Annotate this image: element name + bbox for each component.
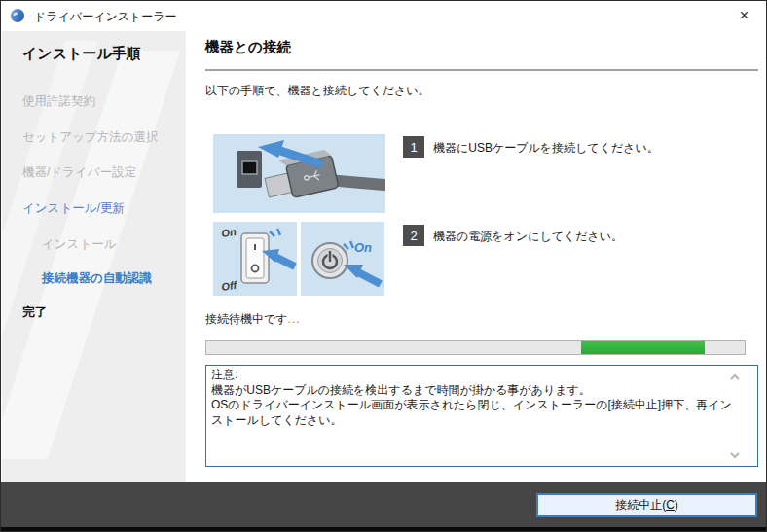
scroll-down-icon[interactable]: [728, 449, 742, 461]
steps-sidebar: インストール手順 使用許諾契約 セットアップ方法の選択 機器/ドライバー設定 イ…: [2, 31, 186, 484]
intro-text: 以下の手順で、機器と接続してください。: [205, 83, 430, 99]
connection-progressbar: [205, 340, 746, 355]
progress-fill: [581, 341, 705, 354]
step-2-text: 機器の電源をオンにしてください。: [433, 229, 623, 245]
rocker-switch-icon: On Off: [213, 222, 297, 296]
cancel-label: 接続中止(C): [615, 497, 678, 514]
sidebar-item-finish: 完了: [22, 304, 47, 321]
sidebar-item-license: 使用許諾契約: [22, 93, 95, 110]
close-button[interactable]: ×: [722, 1, 766, 30]
step-2-number-label: 2: [410, 229, 417, 243]
switch-off-label: Off: [221, 279, 239, 293]
window-title: ドライバーインストーラー: [34, 9, 177, 25]
note-textbox[interactable]: 注意: 機器がUSBケーブルの接続を検出するまで時間が掛かる事があります。 OS…: [205, 365, 758, 467]
heading-divider: [205, 69, 758, 71]
power-button-icon: On: [301, 222, 384, 296]
page-title: 機器との接続: [205, 38, 291, 56]
footer-bar: 接続中止(C): [1, 482, 766, 531]
sidebar-item-auto-detect: 接続機器の自動認識: [42, 270, 152, 287]
step-1-text: 機器にUSBケーブルを接続してください。: [433, 140, 659, 157]
titlebar[interactable]: ドライバーインストーラー ×: [1, 1, 766, 31]
sidebar-item-install-update: インストール/更新: [22, 200, 125, 217]
status-text: 接続待機中です: [205, 312, 288, 326]
close-icon: ×: [740, 6, 749, 25]
cancel-connection-button[interactable]: 接続中止(C): [536, 493, 757, 517]
sidebar-item-setup-method: セットアップ方法の選択: [22, 129, 159, 146]
sidebar-item-device-driver-settings: 機器/ドライバー設定: [22, 164, 136, 181]
power-button-illustration: On: [301, 222, 384, 296]
app-icon: [9, 7, 26, 24]
status-dots: ...: [288, 312, 301, 326]
watermark-shape: [2, 51, 180, 459]
sidebar-heading: インストール手順: [22, 45, 141, 63]
switch-on-label: On: [221, 226, 237, 239]
usb-cable-icon: [213, 134, 385, 213]
power-switch-illustration: On Off: [213, 222, 297, 296]
usb-cable-illustration: [213, 134, 385, 213]
step-2-number: 2: [403, 225, 424, 246]
power-on-label: On: [354, 240, 372, 255]
scroll-up-icon[interactable]: [728, 372, 742, 383]
step-1-number-label: 1: [410, 140, 417, 155]
step-1-number: 1: [403, 136, 424, 158]
main-panel: 機器との接続 以下の手順で、機器と接続してください。: [186, 31, 767, 484]
driver-installer-window: ドライバーインストーラー × インストール手順 使用許諾契約 セットアップ方法の…: [0, 0, 767, 532]
connection-status: 接続待機中です...: [205, 311, 301, 328]
sidebar-item-install: インストール: [42, 236, 116, 253]
